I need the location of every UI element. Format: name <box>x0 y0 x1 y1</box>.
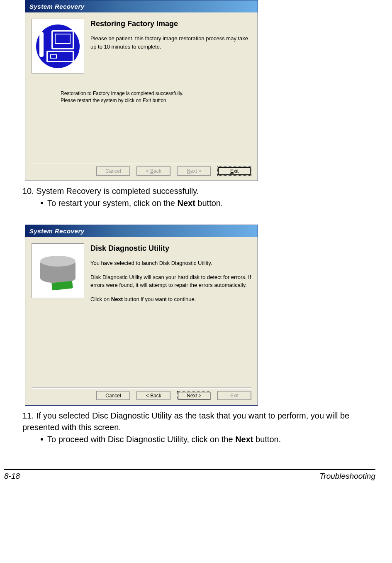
page-number: 8-18 <box>4 472 20 481</box>
button-row: Cancel < Back Next > Exit <box>32 387 251 400</box>
next-button: Next > <box>177 166 211 176</box>
bullet-icon <box>41 202 43 204</box>
step-11: 11. If you selected Disc Diagnostic Util… <box>22 410 375 433</box>
dialog-paragraph: Please be patient, this factory image re… <box>90 34 251 51</box>
back-button[interactable]: < Back <box>136 391 170 400</box>
system-recovery-dialog-2: System Recovery Disk Diagnostic Utility … <box>25 225 258 406</box>
cancel-button: Cancel <box>96 166 130 176</box>
recovery-icon <box>32 19 84 73</box>
dialog-heading: Restoring Factory Image <box>90 20 251 28</box>
dialog-status-text: Restoration to Factory Image is complete… <box>61 90 251 104</box>
dialog-heading: Disk Diagnostic Utility <box>90 244 251 253</box>
dialog-body: Restoring Factory Image Please be patien… <box>25 12 258 181</box>
step-10: 10. System Recovery is completed success… <box>22 185 375 197</box>
disk-icon <box>32 243 84 298</box>
next-button[interactable]: Next > <box>177 391 211 400</box>
dialog-paragraph-3: Click on Next button if you want to cont… <box>90 295 251 304</box>
page-footer: 8-18 Troubleshooting <box>4 469 375 488</box>
dialog-title: System Recovery <box>25 0 258 12</box>
bullet-icon <box>41 438 43 441</box>
dialog-paragraph-2: Disk Diagnostic Utility will scan your h… <box>90 273 251 289</box>
system-recovery-dialog-1: System Recovery Restoring Factory Image … <box>25 0 258 181</box>
back-button: < Back <box>136 166 170 176</box>
dialog-body: Disk Diagnostic Utility You have selecte… <box>25 237 258 405</box>
cancel-button[interactable]: Cancel <box>96 391 130 400</box>
button-row: Cancel < Back Next > Exit <box>32 163 251 176</box>
dialog-paragraph-1: You have selected to launch Disk Diagnos… <box>90 259 251 267</box>
exit-button: Exit <box>217 391 251 400</box>
exit-button[interactable]: Exit <box>217 166 251 176</box>
dialog-title: System Recovery <box>25 225 258 237</box>
section-name: Troubleshooting <box>319 472 375 481</box>
step-10-bullet: To restart your system, click on the Nex… <box>41 198 375 208</box>
step-11-bullet: To proceed with Disc Diagnostic Utility,… <box>41 435 375 444</box>
